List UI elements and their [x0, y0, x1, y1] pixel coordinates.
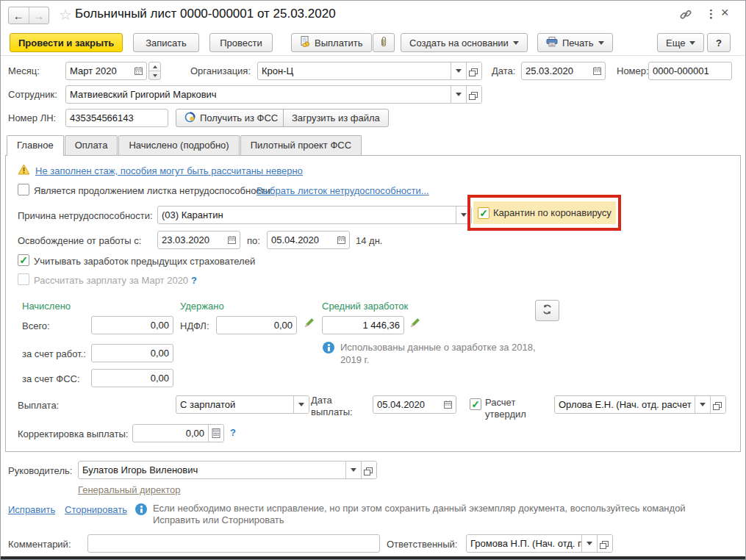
open-item-icon[interactable] [466, 86, 481, 103]
back-button[interactable]: ← [9, 7, 29, 24]
responsible-field[interactable]: Громова Н.П. (Нач. отд. п [466, 534, 613, 553]
payment-label: Выплата: [18, 400, 59, 411]
dropdown-icon[interactable] [293, 396, 309, 413]
step-up-icon[interactable] [149, 62, 160, 71]
write-button[interactable]: Записать [133, 33, 199, 52]
approved-checkbox[interactable]: ✓ [470, 398, 481, 410]
seniority-warning-link[interactable]: Не заполнен стаж, пособия могут быть рас… [35, 165, 303, 176]
comment-input[interactable] [87, 534, 380, 553]
number-field[interactable]: 0000-000001 [648, 62, 732, 80]
choose-sick-leave-link[interactable]: Выбрать листок нетрудоспособности... [257, 185, 429, 196]
approver-field[interactable]: Орлова Е.Н. (Нач. отд. расчет [554, 395, 726, 414]
tab-main[interactable]: Главное [7, 135, 64, 156]
correction-field[interactable]: 0,00 [132, 424, 224, 442]
create-based-on-button[interactable]: Создать на основании [401, 33, 528, 52]
forward-button[interactable]: → [29, 7, 49, 24]
accrued-header: Начислено [22, 301, 71, 312]
fix-link[interactable]: Исправить [8, 504, 55, 515]
dropdown-icon[interactable] [581, 535, 597, 552]
total-field[interactable]: 0,00 [91, 316, 173, 334]
manager-field[interactable]: Булатов Игорь Виленович [78, 461, 377, 479]
tab-fss-pilot[interactable]: Пилотный проект ФСС [240, 135, 362, 155]
calc-salary-checkbox[interactable] [18, 273, 29, 285]
edit-pencil-icon[interactable] [303, 317, 315, 331]
calendar-icon[interactable] [334, 231, 349, 248]
calc-salary-label: Рассчитать зарплату за Март 2020 [34, 275, 188, 286]
days-count: 14 дн. [356, 235, 382, 246]
calc-salary-hint-icon[interactable]: ? [191, 275, 197, 286]
payment-field[interactable]: С зарплатой [176, 395, 309, 414]
favorite-star-icon[interactable]: ☆ [59, 6, 72, 24]
correction-hint-icon[interactable]: ? [230, 427, 236, 438]
pay-button[interactable]: Выплатить [291, 33, 372, 52]
open-item-icon[interactable] [710, 396, 725, 413]
help-button[interactable]: ? [707, 33, 731, 52]
avg-earnings-field[interactable]: 1 446,36 [322, 316, 404, 334]
step-down-icon[interactable] [149, 71, 160, 79]
correction-label: Корректировка выплаты: [18, 428, 128, 439]
recalculate-button[interactable] [535, 300, 559, 321]
dropdown-icon[interactable] [456, 207, 471, 223]
get-from-fss-button[interactable]: Получить из ФСС [176, 109, 287, 127]
continuation-checkbox[interactable] [18, 184, 29, 195]
dropdown-icon[interactable] [345, 462, 361, 478]
post-and-close-button[interactable]: Провести и закрыть [10, 33, 123, 52]
calendar-icon[interactable] [440, 396, 456, 413]
printer-icon [546, 37, 558, 49]
month-stepper[interactable] [148, 62, 161, 80]
reason-field[interactable]: (03) Карантин [157, 206, 472, 224]
ndfl-field[interactable]: 0,00 [216, 316, 297, 334]
dropdown-icon[interactable] [451, 86, 466, 103]
nav-buttons: ← → [8, 7, 49, 24]
continuation-label: Является продолжением листка нетрудоспос… [34, 185, 273, 196]
manager-position-link[interactable]: Генеральный директор [78, 484, 180, 495]
approved-label: Расчет утвердил [485, 397, 531, 420]
date-field[interactable]: 25.03.2020 [521, 62, 606, 80]
tab-bar: Главное Оплата Начислено (подробно) Пило… [7, 135, 362, 156]
open-item-icon[interactable] [466, 62, 481, 79]
reverse-link[interactable]: Сторнировать [65, 504, 127, 515]
fix-note: Если необходимо внести исправление, но п… [153, 503, 697, 526]
month-label: Месяц: [8, 65, 40, 76]
exemption-from-field[interactable]: 23.03.2020 [157, 231, 240, 249]
sick-leave-number-field[interactable]: 435354566143 [65, 109, 168, 127]
exemption-to-field[interactable]: 05.04.2020 [267, 231, 350, 249]
open-item-icon[interactable] [597, 535, 612, 552]
tab-accrued-detail[interactable]: Начислено (подробно) [118, 135, 239, 155]
close-icon[interactable]: × [721, 5, 729, 21]
print-button[interactable]: Печать [537, 33, 613, 52]
pay-date-field[interactable]: 05.04.2020 [373, 395, 456, 414]
post-button[interactable]: Провести [209, 33, 273, 52]
quarantine-checkbox[interactable]: ✓ [478, 207, 489, 219]
prev-earnings-checkbox[interactable]: ✓ [18, 254, 29, 266]
employer-part-field[interactable]: 0,00 [91, 344, 173, 362]
more-button[interactable]: Еще [657, 33, 704, 52]
number-label: Номер: [617, 65, 649, 76]
more-menu-icon[interactable]: ⋮ [706, 7, 717, 21]
attachments-button[interactable] [373, 33, 395, 52]
pay-icon [300, 36, 310, 49]
fss-globe-icon [184, 112, 196, 125]
paperclip-icon [379, 36, 388, 50]
page-title: Больничный лист 0000-000001 от 25.03.202… [75, 7, 336, 21]
main-tab-panel: Не заполнен стаж, пособия могут быть рас… [5, 155, 741, 452]
manager-label: Руководитель: [8, 465, 72, 476]
sick-leave-number-label: Номер ЛН: [8, 112, 56, 123]
edit-pencil-icon[interactable] [409, 317, 420, 331]
month-field[interactable]: Март 2020 [65, 62, 147, 80]
organization-field[interactable]: Крон-Ц [257, 62, 482, 80]
open-item-icon[interactable] [361, 462, 376, 478]
calendar-icon[interactable] [131, 62, 146, 79]
load-from-file-button[interactable]: Загрузить из файла [283, 109, 389, 127]
employee-label: Сотрудник: [8, 89, 57, 100]
dropdown-icon[interactable] [451, 62, 466, 79]
dropdown-icon[interactable] [695, 396, 710, 413]
tab-payment[interactable]: Оплата [65, 135, 118, 155]
fss-part-field[interactable]: 0,00 [91, 369, 173, 387]
info-icon [323, 342, 334, 353]
calendar-icon[interactable] [589, 62, 605, 79]
calendar-icon[interactable] [224, 231, 240, 248]
calculator-icon[interactable] [208, 425, 223, 442]
employee-field[interactable]: Матвиевский Григорий Маркович [65, 85, 482, 104]
get-link-icon[interactable] [679, 8, 692, 24]
